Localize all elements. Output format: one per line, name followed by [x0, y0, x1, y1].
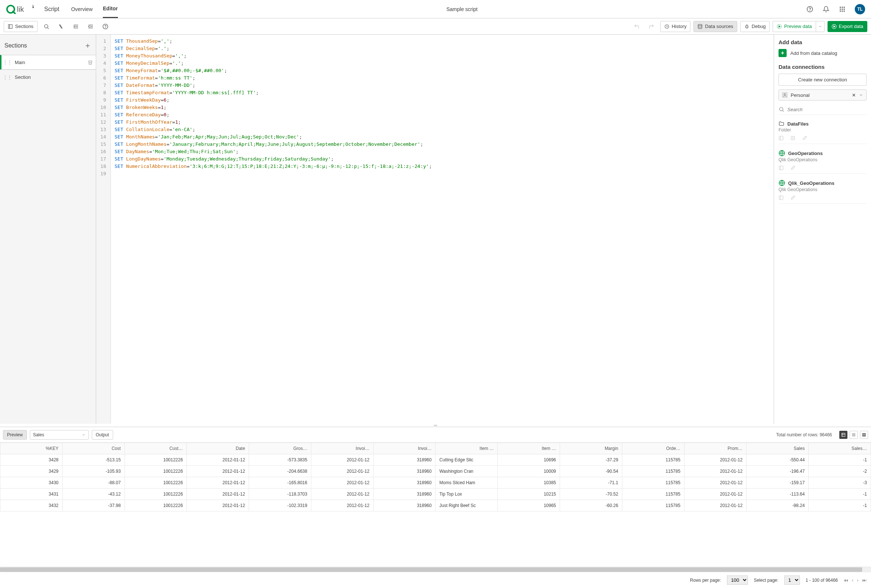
debug-button[interactable]: Debug — [740, 21, 770, 32]
qlik-logo[interactable]: lik ® — [6, 4, 35, 14]
add-from-catalog-button[interactable]: + Add from data catalog — [778, 49, 867, 57]
table-cell: 2012-01-12 — [684, 489, 747, 500]
connection-search[interactable] — [778, 104, 867, 115]
history-button[interactable]: History — [660, 21, 690, 32]
connection-datafiles[interactable]: DataFiles Folder — [778, 119, 867, 144]
table-selector[interactable]: Sales — [30, 430, 89, 440]
table-row[interactable]: 3429-105.93100122262012-01-12-204.663820… — [0, 466, 871, 477]
section-item-section[interactable]: ⋮⋮ Section — [0, 70, 96, 84]
view-list-icon[interactable] — [850, 431, 858, 439]
next-page-icon[interactable]: › — [857, 578, 859, 583]
outdent-icon[interactable] — [85, 21, 97, 32]
edit-icon[interactable] — [790, 195, 795, 200]
table-row[interactable]: 3431-43.12100122262012-01-12-118.3703201… — [0, 489, 871, 500]
table-cell: -37.98 — [62, 500, 124, 512]
code-editor[interactable]: 12345678910111213141516171819 SET Thousa… — [96, 34, 774, 424]
add-section-icon[interactable]: ＋ — [84, 40, 91, 51]
tab-overview[interactable]: Overview — [71, 0, 93, 18]
scrollbar-thumb[interactable] — [0, 567, 862, 572]
table-cell: 2012-01-12 — [311, 466, 373, 477]
clear-icon[interactable]: ✕ — [852, 93, 856, 98]
column-header[interactable]: Sales — [747, 443, 809, 454]
svg-rect-12 — [844, 9, 845, 10]
connection-sub: Qlik GeoOperations — [778, 157, 867, 163]
table-row[interactable]: 3432-37.98100122262012-01-12-102.3319201… — [0, 500, 871, 512]
horizontal-splitter[interactable]: ═ — [0, 424, 871, 427]
table-cell: -118.3703 — [249, 489, 311, 500]
code-content[interactable]: SET ThousandSep=',';SET DecimalSep='.';S… — [111, 34, 436, 424]
table-cell: 318960 — [373, 489, 436, 500]
column-header[interactable]: Gros… — [249, 443, 311, 454]
first-page-icon[interactable]: ⏮ — [844, 578, 848, 583]
apps-grid-icon[interactable] — [838, 6, 846, 13]
tab-editor[interactable]: Editor — [103, 0, 118, 18]
table-cell: 3430 — [0, 477, 63, 489]
search-input[interactable] — [787, 107, 867, 112]
history-label: History — [672, 24, 686, 29]
rows-per-page-select[interactable]: 100 — [727, 576, 748, 585]
comment-toggle-icon[interactable] — [55, 21, 67, 32]
chevron-down-icon[interactable] — [859, 93, 863, 97]
column-header[interactable]: Cust… — [124, 443, 187, 454]
undo-icon[interactable] — [631, 21, 642, 32]
column-header[interactable]: Sales… — [809, 443, 871, 454]
column-header[interactable]: Item … — [498, 443, 560, 454]
column-header[interactable]: Invoi… — [311, 443, 373, 454]
select-data-icon[interactable] — [778, 136, 784, 141]
avatar[interactable]: TL — [855, 4, 865, 14]
connection-geooperations[interactable]: GeoOperations Qlik GeoOperations — [778, 148, 867, 174]
column-header[interactable]: Prom… — [684, 443, 747, 454]
view-grid-icon[interactable] — [860, 431, 868, 439]
column-header[interactable]: Item … — [436, 443, 498, 454]
select-data-icon[interactable] — [778, 165, 784, 170]
horizontal-scrollbar[interactable] — [0, 567, 871, 572]
insert-icon[interactable] — [790, 136, 795, 141]
indent-icon[interactable] — [70, 21, 82, 32]
prev-page-icon[interactable]: ‹ — [852, 578, 853, 583]
column-header[interactable]: Cost — [62, 443, 124, 454]
table-cell: -37.29 — [560, 454, 622, 466]
drag-handle-icon[interactable]: ⋮⋮ — [3, 75, 12, 80]
preview-data-label: Preview data — [784, 24, 812, 29]
connection-qlik-geooperations[interactable]: Qlik_GeoOperations Qlik GeoOperations — [778, 178, 867, 204]
svg-marker-38 — [779, 25, 780, 27]
column-header[interactable]: Orde… — [622, 443, 684, 454]
table-row[interactable]: 3428-513.15100122262012-01-12-573.383520… — [0, 454, 871, 466]
output-tab-button[interactable]: Output — [92, 430, 113, 440]
preview-data-dropdown[interactable] — [816, 21, 825, 32]
help-icon[interactable] — [806, 6, 814, 13]
create-connection-button[interactable]: Create new connection — [778, 74, 867, 86]
data-sources-button[interactable]: Data sources — [693, 21, 737, 32]
page-select[interactable]: 1 — [784, 576, 800, 585]
table-cell: 2012-01-12 — [311, 454, 373, 466]
connection-sub: Folder — [778, 127, 867, 133]
sections-toggle[interactable]: Sections — [4, 21, 37, 32]
column-header[interactable]: %KEY — [0, 443, 63, 454]
svg-rect-9 — [844, 7, 845, 8]
edit-icon[interactable] — [802, 136, 807, 141]
preview-data-button[interactable]: Preview data — [773, 21, 816, 32]
data-table-wrap[interactable]: %KEYCostCust…DateGros…Invoi…Invoi…Item …… — [0, 443, 871, 567]
export-data-button[interactable]: Export data — [828, 21, 868, 32]
bell-icon[interactable] — [822, 6, 830, 13]
view-table-icon[interactable] — [839, 431, 847, 439]
redo-icon[interactable] — [645, 21, 657, 32]
edit-icon[interactable] — [790, 165, 795, 170]
drag-handle-icon[interactable]: ⋮⋮ — [3, 60, 12, 65]
preview-tab-button[interactable]: Preview — [3, 430, 27, 440]
column-header[interactable]: Invoi… — [373, 443, 436, 454]
table-cell: 10215 — [498, 489, 560, 500]
select-data-icon[interactable] — [778, 195, 784, 200]
search-icon[interactable] — [40, 21, 52, 32]
space-selector[interactable]: Personal ✕ — [778, 90, 867, 100]
data-sources-label: Data sources — [705, 24, 733, 29]
table-row[interactable]: 3430-88.07100122262012-01-12-165.8016201… — [0, 477, 871, 489]
section-item-main[interactable]: ⋮⋮ Main — [0, 55, 96, 70]
column-header[interactable]: Margin — [560, 443, 622, 454]
table-cell: Cutting Edge Slic — [436, 454, 498, 466]
svg-line-1 — [13, 11, 15, 13]
trash-icon[interactable] — [88, 60, 93, 65]
last-page-icon[interactable]: ⏭ — [862, 578, 867, 583]
column-header[interactable]: Date — [187, 443, 249, 454]
help-toolbar-icon[interactable] — [99, 21, 111, 32]
